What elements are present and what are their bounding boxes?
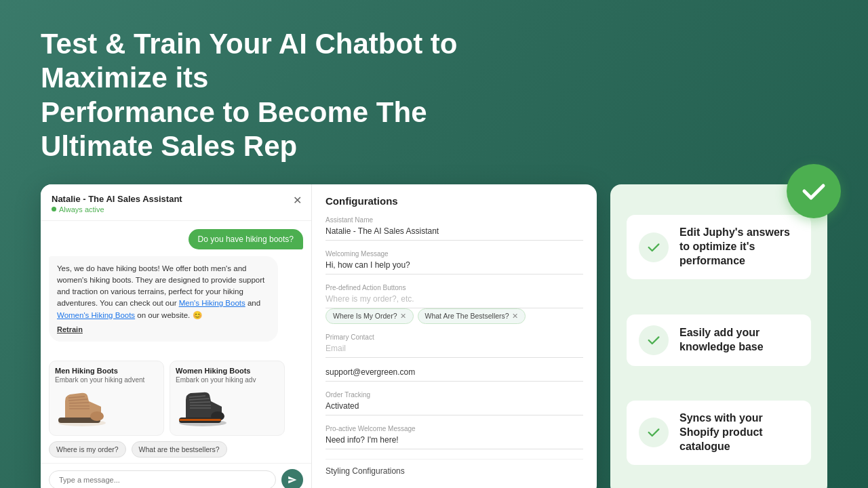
bot-link1[interactable]: Men's Hiking Boots	[179, 299, 245, 307]
content-area: Natalie - The AI Sales Assistant Always …	[41, 184, 827, 488]
chat-messages: Do you have hiking boots? Yes, we do hav…	[41, 221, 311, 361]
product-card-1[interactable]: Men Hiking Boots Embark on your hiking a…	[49, 361, 164, 436]
quick-buttons: Where is my order? What are the bestsell…	[41, 436, 311, 463]
feature-check-2	[639, 325, 669, 355]
quick-btn-1[interactable]: Where is my order?	[49, 441, 126, 458]
action-buttons-label: Pre-defined Action Buttons	[326, 284, 583, 291]
contact-email-field: support@evergreen.com	[326, 367, 583, 382]
headline-line2: Performance to Become The Ultimate Sales…	[41, 96, 427, 162]
bot-message-suffix: on our website. 😊	[135, 311, 201, 319]
close-icon[interactable]: ✕	[293, 194, 302, 207]
order-tracking-field: Order Tracking Activated	[326, 391, 583, 415]
black-boot-image	[176, 388, 230, 428]
feature-text-3: Syncs with your Shopify product catalogu…	[679, 411, 799, 453]
check-icon-2	[646, 333, 661, 348]
product-cards: Men Hiking Boots Embark on your hiking a…	[41, 361, 311, 436]
tan-boot-image	[55, 388, 109, 428]
product1-title: Men Hiking Boots	[55, 367, 158, 375]
headline-line1: Test & Train Your AI Chatbot to Maximize…	[41, 28, 457, 94]
check-icon-3	[646, 425, 661, 440]
feature-check-1	[639, 232, 669, 262]
big-check-icon	[799, 176, 829, 206]
product-card-2[interactable]: Women Hiking Boots Embark on your hiking…	[170, 361, 285, 436]
product1-desc: Embark on your hiking advent	[55, 376, 158, 384]
features-card: Edit Juphy's answers to optimize it's pe…	[610, 184, 827, 488]
welcome-message-value[interactable]: Hi, how can I help you?	[326, 260, 583, 274]
right-panel: Edit Juphy's answers to optimize it's pe…	[610, 184, 827, 488]
welcome-message-label: Welcoming Message	[326, 250, 583, 258]
action-tag-2[interactable]: What Are The Bestsellers? ✕	[418, 308, 526, 324]
status-dot	[52, 207, 56, 211]
proactive-message-field: Pro-active Welcome Message Need info? I'…	[326, 425, 583, 449]
config-title: Configurations	[326, 195, 583, 207]
retrain-button[interactable]: Retrain	[57, 324, 270, 336]
chat-status-text: Always active	[59, 205, 104, 214]
feature-item-3: Syncs with your Shopify product catalogu…	[627, 401, 811, 464]
bot-message: Yes, we do have hiking boots! We offer b…	[49, 256, 278, 342]
feature-check-3	[639, 418, 669, 447]
check-icon-1	[646, 240, 661, 255]
svg-point-2	[90, 411, 104, 421]
remove-action1-icon[interactable]: ✕	[400, 312, 406, 321]
primary-contact-field: Primary Contact Email	[326, 333, 583, 358]
action-btn2-label: What Are The Bestsellers?	[425, 312, 509, 320]
chat-status: Always active	[52, 205, 300, 214]
chat-input-area	[41, 463, 311, 488]
order-tracking-value[interactable]: Activated	[326, 401, 583, 415]
main-container: Test & Train Your AI Chatbot to Maximize…	[0, 0, 868, 488]
primary-contact-label: Primary Contact	[326, 333, 583, 341]
product2-desc: Embark on your hiking adv	[176, 376, 279, 384]
send-icon	[288, 475, 297, 485]
primary-contact-email-placeholder: Email	[326, 344, 583, 358]
quick-btn-2[interactable]: What are the bestsellers?	[132, 441, 227, 458]
action-buttons-field: Pre-defined Action Buttons Where is my o…	[326, 284, 583, 324]
styling-configurations-link[interactable]: Styling Configurations	[326, 466, 583, 476]
action-btn1-label: Where Is My Order?	[333, 312, 397, 320]
section-divider	[326, 459, 583, 460]
svg-rect-6	[179, 419, 221, 421]
contact-email-value[interactable]: support@evergreen.com	[326, 367, 583, 382]
action-buttons-row: Where Is My Order? ✕ What Are The Bestse…	[326, 308, 583, 324]
welcome-message-field: Welcoming Message Hi, how can I help you…	[326, 250, 583, 274]
remove-action2-icon[interactable]: ✕	[512, 312, 518, 321]
feature-text-1: Edit Juphy's answers to optimize it's pe…	[679, 226, 799, 268]
proactive-message-value[interactable]: Need info? I'm here!	[326, 435, 583, 449]
action-buttons-placeholder: Where is my order?, etc.	[326, 294, 583, 308]
product2-title: Women Hiking Boots	[176, 367, 279, 375]
chat-message-input[interactable]	[49, 470, 276, 488]
headline: Test & Train Your AI Chatbot to Maximize…	[41, 27, 515, 164]
assistant-name-value[interactable]: Natalie - The AI Sales Assistant	[326, 226, 583, 241]
chat-section: Natalie - The AI Sales Assistant Always …	[41, 184, 312, 488]
feature-item-2: Easily add your knowledge base	[627, 314, 811, 366]
user-message: Do you have hiking boots?	[189, 229, 303, 249]
assistant-name-label: Assistant Name	[326, 216, 583, 224]
send-button[interactable]	[281, 469, 303, 488]
checkmark-badge	[787, 164, 841, 218]
config-section: Configurations Assistant Name Natalie - …	[312, 184, 597, 488]
feature-text-2: Easily add your knowledge base	[679, 326, 799, 354]
left-panel: Natalie - The AI Sales Assistant Always …	[41, 184, 597, 488]
bot-link2[interactable]: Women's Hiking Boots	[57, 311, 135, 319]
chat-header: Natalie - The AI Sales Assistant Always …	[41, 184, 311, 221]
order-tracking-label: Order Tracking	[326, 391, 583, 399]
action-tag-1[interactable]: Where Is My Order? ✕	[326, 308, 414, 324]
proactive-message-label: Pro-active Welcome Message	[326, 425, 583, 432]
chat-assistant-name: Natalie - The AI Sales Assistant	[52, 194, 300, 204]
feature-item-1: Edit Juphy's answers to optimize it's pe…	[627, 215, 811, 279]
assistant-name-field: Assistant Name Natalie - The AI Sales As…	[326, 216, 583, 241]
